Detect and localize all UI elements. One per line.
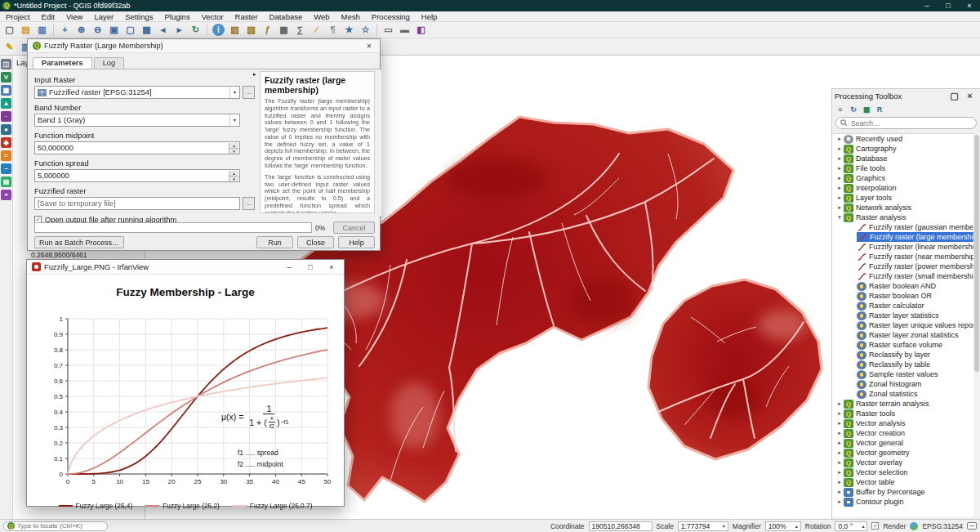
function-midpoint-spinbox[interactable]: ▴ ▾ [34,141,240,154]
open-attribute-table-icon[interactable]: ▦ [276,23,292,37]
add-vector-layer-icon[interactable]: V [1,72,11,83]
chevron-right-icon[interactable]: ▸ [835,204,844,211]
new-project-icon[interactable]: ▢ [2,23,17,37]
maximize-button[interactable]: □ [938,0,959,11]
chevron-right-icon[interactable]: ▸ [835,185,844,191]
chevron-down-icon[interactable]: ▾ [835,214,844,221]
identify-features-icon[interactable]: i [212,24,225,36]
toolbox-item-network-analysis[interactable]: ▸QNetwork analysis [832,203,974,212]
toolbox-item-vector-table[interactable]: ▸QVector table [832,477,974,487]
chevron-right-icon[interactable]: ▸ [835,165,844,172]
select-by-expression-icon[interactable]: ƒ [260,23,275,37]
toolbox-item-vector-general[interactable]: ▸QVector general [832,438,974,448]
minimize-button[interactable]: – [916,0,938,11]
chevron-right-icon[interactable]: ▸ [835,155,844,162]
toolbox-item-raster-boolean-or[interactable]: Raster boolean OR [832,291,974,301]
save-project-icon[interactable]: ▥ [34,23,50,37]
menu-vector[interactable]: Vector [196,11,229,22]
style-manager-icon[interactable]: ◧ [413,23,429,37]
menu-project[interactable]: Project [0,11,36,22]
menu-plugins[interactable]: Plugins [158,11,195,22]
locate-box[interactable]: Q [3,521,108,531]
toolbox-item-vector-selection[interactable]: ▸QVector selection [832,467,974,477]
zoom-out-icon[interactable]: ⊖ [90,23,105,37]
show-layout-manager-icon[interactable]: ▬ [397,23,412,37]
menu-edit[interactable]: Edit [36,11,60,22]
toolbox-item-raster-surface-volume[interactable]: Raster surface volume [832,340,974,350]
function-spread-spinbox[interactable]: ▴ ▾ [34,169,240,182]
toolbox-item-fuzzify-raster-small-membership[interactable]: Fuzzify raster (small membership) [832,271,974,281]
scrollbar-thumb[interactable] [974,135,979,372]
help-button[interactable]: Help [338,236,375,248]
measure-line-icon[interactable]: ∕ [309,23,324,37]
menu-processing[interactable]: Processing [366,11,416,22]
input-raster-browse-button[interactable]: … [243,86,255,99]
menu-database[interactable]: Database [264,11,309,22]
toolbox-search[interactable] [835,117,977,129]
output-raster-input[interactable] [38,199,239,208]
add-xyz-layer-icon[interactable]: ▤ [1,177,11,187]
chevron-right-icon[interactable]: ▸ [835,449,844,456]
toolbox-item-raster-layer-zonal-statistics[interactable]: Raster layer zonal statistics [832,330,974,340]
toolbox-item-zonal-histogram[interactable]: Zonal histogram [832,379,974,389]
deselect-features-icon[interactable]: ▧ [243,23,259,37]
rotation-field[interactable]: 0,0 ° ▴ [835,521,867,531]
map-tips-icon[interactable]: ¶ [325,23,341,37]
add-delimited-text-layer-icon[interactable]: · [1,111,11,122]
add-raster-layer-icon[interactable]: ▦ [1,85,11,96]
spin-down-icon[interactable]: ▾ [229,176,238,181]
chevron-right-icon[interactable]: ▸ [835,145,844,152]
menu-settings[interactable]: Settings [119,11,158,22]
new-print-layout-icon[interactable]: ▭ [381,23,396,37]
close-panel-icon[interactable]: × [962,89,978,103]
run-button[interactable]: Run [256,236,293,248]
band-number-combo[interactable]: Band 1 (Gray) ▾ [34,114,240,127]
toolbox-item-raster-calculator[interactable]: Raster calculator [832,301,974,311]
input-raster-combo[interactable]: Fuzzified raster [EPSG:31254] ▾ [34,86,240,99]
menu-help[interactable]: Help [416,11,443,22]
toolbox-item-fuzzify-raster-near-membership[interactable]: Fuzzify raster (near membership) [832,252,974,262]
open-project-icon[interactable]: ▤ [18,23,33,37]
irfanview-minimize-button[interactable]: – [278,260,300,275]
menu-web[interactable]: Web [308,11,335,22]
toolbox-item-cartography[interactable]: ▸QCartography [832,144,974,154]
toolbox-item-raster-terrain-analysis[interactable]: ▸QRaster terrain analysis [832,399,974,409]
spinner-buttons[interactable]: ▴ ▾ [229,171,238,181]
irfanview-titlebar[interactable]: Fuzzify_Large.PNG - IrfanView – □ × [27,260,344,275]
toolbox-item-raster-boolean-and[interactable]: Raster boolean AND [832,281,974,291]
menu-layer[interactable]: Layer [88,11,119,22]
chevron-right-icon[interactable]: ▸ [835,194,844,201]
chevron-right-icon[interactable]: ▸ [835,400,844,407]
menu-view[interactable]: View [60,11,88,22]
add-postgis-layer-icon[interactable]: ● [1,124,11,135]
chevron-right-icon[interactable]: ▸ [835,175,844,181]
chevron-right-icon[interactable]: ▸ [835,136,844,142]
toolbox-item-interpolation[interactable]: ▸QInterpolation [832,183,974,193]
zoom-to-selection-icon[interactable]: ▢ [122,23,138,37]
toolbox-item-database[interactable]: ▸QDatabase [832,154,974,163]
function-midpoint-input[interactable] [38,144,239,152]
add-wfs-layer-icon[interactable]: ~ [1,163,11,174]
pan-map-icon[interactable]: + [57,23,73,37]
toolbox-search-input[interactable] [851,119,972,127]
function-spread-input[interactable] [38,172,239,180]
zoom-last-icon[interactable]: ◂ [155,23,171,37]
tab-log[interactable]: Log [94,57,125,69]
add-spatialite-layer-icon[interactable]: ◆ [1,137,11,148]
toolbox-item-contour-plugin[interactable]: ▸Contour plugin [832,497,974,507]
menu-raster[interactable]: Raster [229,11,264,22]
zoom-in-icon[interactable]: ⊕ [74,23,89,37]
toolbox-item-vector-geometry[interactable]: ▸QVector geometry [832,448,974,458]
toolbox-item-reclassify-by-layer[interactable]: Reclassify by layer [832,350,974,360]
zoom-to-layer-icon[interactable]: ▦ [139,23,154,37]
epsg-button[interactable]: EPSG:31254 [922,522,963,530]
output-browse-button[interactable]: … [243,197,255,210]
zoom-full-icon[interactable]: ▣ [106,23,122,37]
chevron-right-icon[interactable]: ▸ [835,469,844,476]
toolbox-item-fuzzify-raster-linear-membership[interactable]: Fuzzify raster (linear membership) [832,242,974,252]
models-icon[interactable]: ▦ [861,104,872,115]
spin-down-icon[interactable]: ▾ [229,148,238,154]
chevron-right-icon[interactable]: ▸ [835,410,844,417]
toolbox-item-vector-creation[interactable]: ▸QVector creation [832,428,974,438]
map-refresh-icon[interactable]: ↻ [188,23,203,37]
